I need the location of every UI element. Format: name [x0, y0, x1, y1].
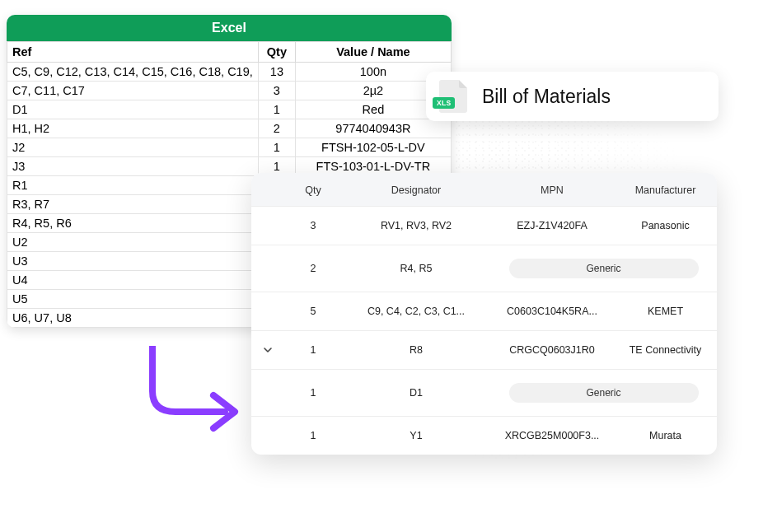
detail-cell-manufacturer: Murata — [614, 430, 717, 441]
excel-col-qty: Qty — [258, 42, 295, 63]
detail-cell-mpn: C0603C104K5RA... — [490, 306, 614, 317]
excel-cell-ref[interactable]: R3, R7 — [7, 195, 259, 214]
detail-cell-qty: 1 — [284, 430, 342, 441]
excel-cell-qty[interactable]: 2 — [258, 119, 295, 138]
excel-cell-qty[interactable]: 13 — [258, 63, 295, 82]
excel-cell-ref[interactable]: J3 — [7, 157, 259, 176]
bom-detail-card: Qty Designator MPN Manufacturer 3RV1, RV… — [251, 173, 717, 455]
bom-detail-row[interactable]: 1Y1XRCGB25M000F3...Murata — [251, 416, 717, 455]
excel-cell-ref[interactable]: C5, C9, C12, C13, C14, C15, C16, C18, C1… — [7, 63, 259, 82]
excel-cell-ref[interactable]: U6, U7, U8 — [7, 309, 259, 328]
detail-cell-qty: 1 — [284, 344, 342, 356]
excel-header-row: Ref Qty Value / Name — [7, 42, 452, 63]
detail-cell-mpn: CRGCQ0603J1R0 — [490, 344, 614, 356]
excel-col-ref: Ref — [7, 42, 259, 63]
detail-cell-designator: R4, R5 — [342, 263, 490, 274]
detail-col-manufacturer: Manufacturer — [614, 184, 717, 196]
excel-cell-ref[interactable]: J2 — [7, 138, 259, 157]
transform-arrow-icon — [136, 346, 243, 440]
excel-cell-ref[interactable]: U3 — [7, 252, 259, 271]
detail-cell-designator: D1 — [342, 387, 490, 399]
detail-cell-designator: Y1 — [342, 430, 490, 441]
bom-chip-title: Bill of Materials — [482, 86, 611, 108]
excel-cell-value[interactable]: 9774040943R — [295, 119, 451, 138]
detail-cell-qty: 5 — [284, 306, 342, 317]
excel-cell-ref[interactable]: H1, H2 — [7, 119, 259, 138]
detail-col-qty: Qty — [284, 184, 342, 196]
detail-col-designator: Designator — [342, 184, 490, 196]
detail-cell-designator: RV1, RV3, RV2 — [342, 220, 490, 231]
excel-row[interactable]: J21FTSH-102-05-L-DV — [7, 138, 452, 157]
chevron-down-icon[interactable] — [251, 345, 284, 355]
detail-cell-qty: 3 — [284, 220, 342, 231]
detail-cell-designator: C9, C4, C2, C3, C1... — [342, 306, 490, 317]
excel-row[interactable]: C5, C9, C12, C13, C14, C15, C16, C18, C1… — [7, 63, 452, 82]
detail-generic-pill: Generic — [490, 259, 717, 278]
excel-cell-ref[interactable]: U4 — [7, 271, 259, 290]
xls-file-icon: XLS — [439, 80, 467, 113]
excel-cell-ref[interactable]: C7, C11, C17 — [7, 82, 259, 100]
excel-cell-ref[interactable]: U5 — [7, 290, 259, 309]
bom-detail-header: Qty Designator MPN Manufacturer — [251, 173, 717, 206]
excel-cell-qty[interactable]: 1 — [258, 138, 295, 157]
excel-cell-value[interactable]: FTSH-102-05-L-DV — [295, 138, 451, 157]
detail-cell-qty: 1 — [284, 387, 342, 399]
bom-detail-row[interactable]: 2R4, R5Generic — [251, 245, 717, 292]
bom-detail-row[interactable]: 1R8CRGCQ0603J1R0TE Connectivity — [251, 330, 717, 369]
excel-cell-ref[interactable]: U2 — [7, 233, 259, 252]
bom-detail-row[interactable]: 1D1Generic — [251, 369, 717, 416]
excel-col-value: Value / Name — [295, 42, 451, 63]
bom-detail-row[interactable]: 5C9, C4, C2, C3, C1...C0603C104K5RA...KE… — [251, 292, 717, 330]
excel-title: Excel — [7, 15, 452, 41]
detail-generic-pill: Generic — [490, 383, 717, 403]
excel-cell-ref[interactable]: R1 — [7, 176, 259, 195]
xls-badge-label: XLS — [433, 97, 455, 109]
detail-col-mpn: MPN — [490, 184, 614, 196]
excel-row[interactable]: H1, H229774040943R — [7, 119, 452, 138]
excel-cell-ref[interactable]: D1 — [7, 100, 259, 119]
detail-cell-manufacturer: TE Connectivity — [614, 344, 717, 356]
excel-row[interactable]: C7, C11, C1732µ2 — [7, 82, 452, 100]
excel-cell-qty[interactable]: 1 — [258, 100, 295, 119]
detail-cell-manufacturer: KEMET — [614, 306, 717, 317]
bom-detail-row[interactable]: 3RV1, RV3, RV2EZJ-Z1V420FAPanasonic — [251, 206, 717, 245]
detail-cell-mpn: EZJ-Z1V420FA — [490, 220, 614, 231]
excel-row[interactable]: D11Red — [7, 100, 452, 119]
detail-cell-mpn: XRCGB25M000F3... — [490, 430, 614, 441]
detail-cell-designator: R8 — [342, 344, 490, 356]
excel-cell-ref[interactable]: R4, R5, R6 — [7, 214, 259, 233]
bom-chip: XLS Bill of Materials — [426, 72, 719, 121]
detail-cell-qty: 2 — [284, 263, 342, 274]
excel-cell-qty[interactable]: 3 — [258, 82, 295, 100]
detail-cell-manufacturer: Panasonic — [614, 220, 717, 231]
